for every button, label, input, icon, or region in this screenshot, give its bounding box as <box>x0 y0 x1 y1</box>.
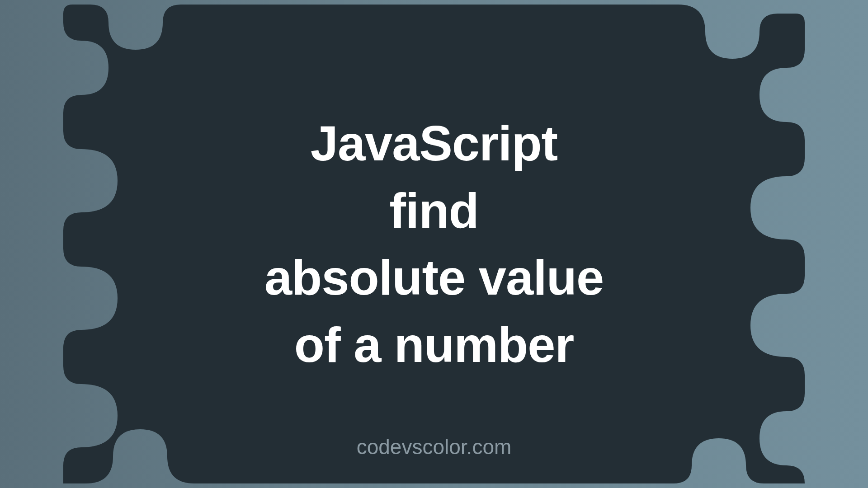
title-line-1: JavaScript <box>311 115 557 171</box>
main-title: JavaScript find absolute value of a numb… <box>264 110 604 378</box>
attribution-text: codevscolor.com <box>357 435 512 459</box>
title-line-4: of a number <box>294 317 574 372</box>
hero-card: JavaScript find absolute value of a numb… <box>0 0 868 488</box>
title-line-3: absolute value <box>264 249 604 305</box>
title-line-2: find <box>389 183 479 238</box>
content-wrapper: JavaScript find absolute value of a numb… <box>0 0 868 488</box>
